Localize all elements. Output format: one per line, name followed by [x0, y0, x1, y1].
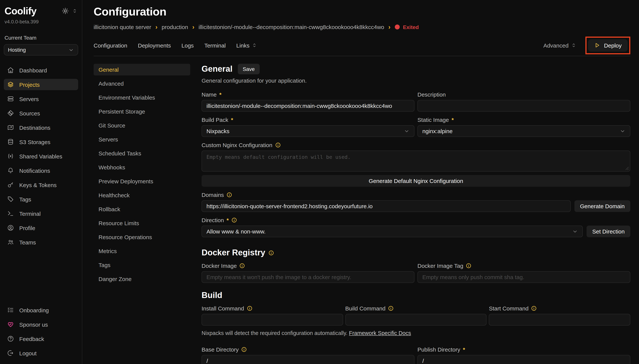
- base-directory-input[interactable]: [202, 355, 414, 364]
- subnav-item-tags[interactable]: Tags: [94, 259, 190, 271]
- direction-label: Direction *: [202, 217, 630, 223]
- breadcrumb-separator-icon: ›: [155, 24, 157, 30]
- subnav-item-resource-limits[interactable]: Resource Limits: [94, 217, 190, 229]
- tab-logs[interactable]: Logs: [182, 42, 194, 48]
- deploy-button[interactable]: Deploy: [588, 39, 628, 52]
- deploy-button-area: Deploy: [585, 36, 630, 54]
- resize-handle-icon[interactable]: [625, 167, 629, 170]
- sidebar-item-keys-tokens[interactable]: Keys & Tokens: [4, 179, 78, 190]
- breadcrumb-project[interactable]: illicitonion quote server: [94, 24, 151, 30]
- sidebar-item-label: Profile: [19, 224, 35, 231]
- subnav-item-danger-zone[interactable]: Danger Zone: [94, 273, 190, 285]
- subnav-item-advanced[interactable]: Advanced: [94, 78, 190, 90]
- tabs: Configuration Deployments Logs Terminal …: [94, 42, 257, 48]
- sidebar-item-terminal[interactable]: Terminal: [4, 208, 78, 219]
- subnav-item-metrics[interactable]: Metrics: [94, 245, 190, 257]
- tab-configuration[interactable]: Configuration: [94, 42, 127, 48]
- team-select[interactable]: Hosting: [4, 44, 78, 56]
- sidebar-item-feedback[interactable]: Feedback: [4, 333, 78, 344]
- tab-deployments[interactable]: Deployments: [138, 42, 171, 48]
- subnav-item-general[interactable]: General: [94, 64, 190, 76]
- sidebar-item-shared-variables[interactable]: Shared Variables: [4, 150, 78, 162]
- subnav-item-git-source[interactable]: Git Source: [94, 120, 190, 131]
- install-command-input[interactable]: [202, 314, 343, 326]
- subnav-item-webhooks[interactable]: Webhooks: [94, 162, 190, 173]
- page-title: Configuration: [94, 5, 630, 18]
- name-input[interactable]: [202, 100, 414, 112]
- publish-directory-input[interactable]: [417, 355, 630, 364]
- set-direction-button[interactable]: Set Direction: [586, 226, 630, 237]
- subnav-item-persistent-storage[interactable]: Persistent Storage: [94, 106, 190, 117]
- sidebar-item-s3-storages[interactable]: S3 Storages: [4, 136, 78, 148]
- app: Coolify v4.0.0-beta.399 Current Team Hos…: [0, 0, 639, 364]
- framework-docs-link[interactable]: Framework Specific Docs: [349, 330, 411, 336]
- domains-label: Domains: [202, 192, 630, 198]
- team-select-value: Hosting: [8, 47, 26, 53]
- nginx-config-label: Custom Nginx Configuration: [202, 142, 630, 148]
- sidebar-item-logout[interactable]: Logout: [4, 348, 78, 359]
- tab-terminal[interactable]: Terminal: [204, 42, 226, 48]
- docker-image-input[interactable]: [202, 271, 414, 283]
- build-command-input[interactable]: [345, 314, 486, 326]
- subnav-item-servers[interactable]: Servers: [94, 134, 190, 145]
- sidebar-item-servers[interactable]: Servers: [4, 93, 78, 104]
- domains-input[interactable]: [202, 200, 570, 212]
- breadcrumb-environment[interactable]: production: [162, 24, 188, 30]
- subnav-item-healthcheck[interactable]: Healthcheck: [94, 189, 190, 201]
- base-directory-label: Base Directory: [202, 346, 414, 353]
- description-input[interactable]: [417, 100, 630, 112]
- sidebar-item-projects[interactable]: Projects: [4, 79, 78, 90]
- save-button[interactable]: Save: [238, 64, 260, 74]
- sidebar-item-label: Terminal: [19, 210, 41, 217]
- chevron-down-icon: [68, 47, 74, 52]
- sidebar-item-sources[interactable]: Sources: [4, 108, 78, 119]
- sidebar-item-dashboard[interactable]: Dashboard: [4, 64, 78, 76]
- generate-nginx-button[interactable]: Generate Default Nginx Configuration: [202, 175, 630, 187]
- start-command-label: Start Command: [489, 305, 630, 312]
- subnav-item-scheduled-tasks[interactable]: Scheduled Tasks: [94, 148, 190, 159]
- sidebar-item-notifications[interactable]: Notifications: [4, 165, 78, 176]
- status-dot-icon: [395, 24, 399, 30]
- database-icon: [7, 138, 14, 145]
- build-pack-select[interactable]: Nixpacks: [202, 125, 414, 137]
- bell-icon: [7, 167, 14, 174]
- checklist-icon: [7, 307, 14, 314]
- build-pack-value: Nixpacks: [207, 128, 230, 134]
- breadcrumb-application[interactable]: illicitestonion/-module--decomposition:m…: [199, 24, 384, 30]
- subnav-item-resource-operations[interactable]: Resource Operations: [94, 231, 190, 243]
- info-icon: [531, 306, 537, 311]
- theme-updown-icon[interactable]: [72, 8, 77, 14]
- docker-image-tag-input[interactable]: [417, 271, 630, 283]
- sidebar-item-onboarding[interactable]: Onboarding: [4, 304, 78, 316]
- sidebar-item-destinations[interactable]: Destinations: [4, 122, 78, 133]
- sidebar-item-teams[interactable]: Teams: [4, 236, 78, 248]
- sidebar-item-sponsor[interactable]: Sponsor us: [4, 319, 78, 330]
- logo-icons: [62, 8, 77, 14]
- sun-icon[interactable]: [62, 8, 69, 14]
- subnav-item-preview-deployments[interactable]: Preview Deployments: [94, 176, 190, 187]
- tag-icon: [7, 196, 14, 202]
- users-icon: [7, 239, 14, 246]
- required-marker: *: [463, 346, 465, 353]
- generate-domain-button[interactable]: Generate Domain: [574, 200, 630, 212]
- sidebar-item-profile[interactable]: Profile: [4, 222, 78, 234]
- chevron-down-icon: [404, 128, 409, 134]
- sidebar-item-label: Keys & Tokens: [19, 182, 57, 188]
- tab-links[interactable]: Links: [236, 42, 257, 48]
- sidebar-item-tags[interactable]: Tags: [4, 194, 78, 205]
- server-icon: [7, 96, 14, 102]
- configuration-content: General Advanced Environment Variables P…: [94, 64, 630, 364]
- static-image-select[interactable]: nginx:alpine: [417, 125, 630, 137]
- chevron-updown-icon: [252, 42, 257, 48]
- docker-image-label: Docker Image: [202, 262, 414, 269]
- start-command-input[interactable]: [489, 314, 630, 326]
- direction-row: Allow www & non-www. Set Direction: [202, 226, 630, 237]
- subnav-item-environment-variables[interactable]: Environment Variables: [94, 92, 190, 103]
- direction-select[interactable]: Allow www & non-www.: [202, 226, 583, 237]
- required-marker: *: [231, 116, 233, 123]
- nginx-config-textarea[interactable]: [202, 150, 630, 172]
- tab-links-label: Links: [236, 42, 250, 48]
- domains-row: Generate Domain: [202, 200, 630, 212]
- advanced-selector[interactable]: Advanced: [543, 42, 576, 48]
- subnav-item-rollback[interactable]: Rollback: [94, 203, 190, 215]
